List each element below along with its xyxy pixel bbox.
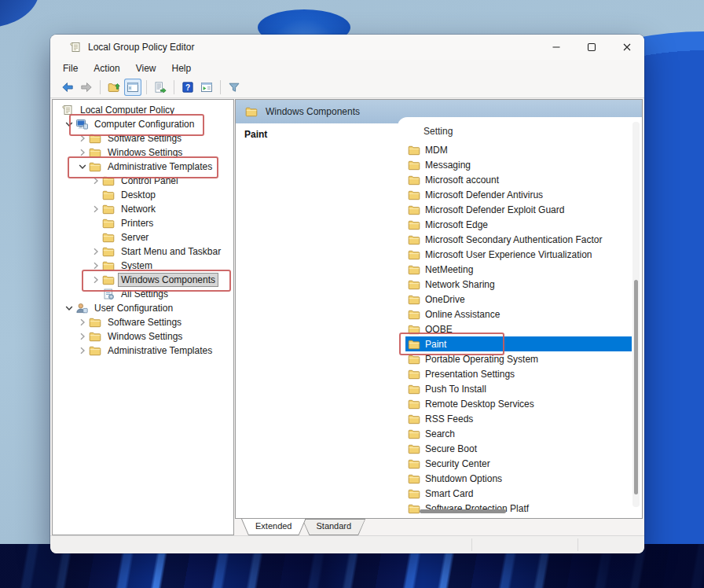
tree-item-label[interactable]: All Settings [118, 287, 171, 301]
setting-item[interactable]: Search [405, 426, 632, 441]
setting-item[interactable]: Shutdown Options [405, 471, 632, 486]
tree-item[interactable]: Windows Settings [53, 145, 233, 160]
setting-item[interactable]: RSS Feeds [405, 411, 632, 426]
filter-button[interactable] [226, 79, 243, 96]
help-button[interactable]: ? [179, 79, 196, 96]
setting-item[interactable]: Microsoft Defender Exploit Guard [405, 202, 632, 217]
chevron-right-icon[interactable] [76, 146, 89, 159]
chevron-right-icon[interactable] [90, 175, 102, 187]
tree-item[interactable]: Windows Components [53, 273, 233, 287]
setting-item[interactable]: Microsoft Edge [405, 217, 632, 232]
setting-item[interactable]: Microsoft User Experience Virtualization [405, 247, 632, 262]
tree-item-label[interactable]: Start Menu and Taskbar [118, 244, 224, 259]
tree-item-label[interactable]: Software Settings [104, 315, 185, 329]
setting-item[interactable]: Messaging [405, 157, 632, 172]
tree-item-label[interactable]: Windows Settings [104, 145, 185, 160]
tab-standard[interactable]: Standard [302, 519, 365, 535]
tree-item[interactable]: Network [53, 202, 233, 216]
tree-item-label[interactable]: Software Settings [104, 131, 185, 145]
minimize-button[interactable] [538, 35, 574, 60]
tree-item-label[interactable]: Administrative Templates [104, 344, 215, 358]
menu-view[interactable]: View [128, 61, 164, 75]
forward-button[interactable] [78, 79, 95, 96]
setting-item[interactable]: Security Center [405, 456, 632, 471]
setting-item[interactable]: Push To Install [405, 381, 632, 396]
tree-item-label[interactable]: Server [118, 230, 152, 244]
tree-item[interactable]: System [53, 259, 233, 273]
horizontal-scrollbar-thumb[interactable] [420, 509, 506, 513]
tab-extended[interactable]: Extended [241, 519, 306, 535]
chevron-down-icon[interactable] [63, 302, 75, 314]
setting-item[interactable]: Microsoft Secondary Authentication Facto… [405, 232, 632, 247]
toolbar-separator [146, 80, 147, 94]
chevron-right-icon[interactable] [90, 203, 102, 215]
tree-item-label[interactable]: Local Computer Policy [77, 103, 178, 117]
wallpaper-corner-petal [0, 0, 44, 30]
tree-item-label[interactable]: Administrative Templates [104, 160, 215, 174]
setting-item[interactable]: MDM [405, 142, 632, 157]
back-button[interactable] [59, 79, 76, 96]
maximize-button[interactable] [574, 35, 609, 60]
tree-item[interactable]: Windows Settings [53, 329, 233, 344]
chevron-down-icon[interactable] [63, 118, 75, 130]
tree-item-label[interactable]: Windows Components [118, 273, 218, 287]
chevron-right-icon[interactable] [90, 274, 102, 286]
tree-item-label[interactable]: Network [118, 202, 159, 216]
menu-file[interactable]: File [55, 61, 86, 75]
vertical-scrollbar-thumb[interactable] [634, 280, 638, 494]
tree-item[interactable]: Administrative Templates [53, 344, 233, 358]
tree-item[interactable]: Server [53, 230, 233, 244]
show-console-tree-button[interactable] [124, 79, 141, 96]
setting-item[interactable]: Microsoft account [405, 172, 632, 187]
setting-item[interactable]: Microsoft Defender Antivirus [405, 187, 632, 202]
setting-item[interactable]: OneDrive [405, 292, 632, 307]
setting-item[interactable]: Secure Boot [405, 441, 632, 456]
menu-action[interactable]: Action [86, 61, 127, 75]
setting-item[interactable]: Smart Card [405, 486, 632, 501]
folder-icon [408, 487, 420, 500]
chevron-right-icon[interactable] [76, 316, 89, 329]
tree-item[interactable]: Printers [53, 216, 233, 230]
setting-item[interactable]: NetMeeting [405, 262, 632, 277]
tree-item[interactable]: Administrative Templates [53, 160, 233, 174]
setting-column-header[interactable]: Setting [424, 126, 453, 137]
setting-item[interactable]: Online Assistance [405, 307, 632, 322]
chevron-right-icon[interactable] [90, 259, 102, 272]
tree-item-label[interactable]: Desktop [118, 188, 159, 202]
setting-item[interactable]: Portable Operating System [405, 351, 632, 366]
chevron-right-icon[interactable] [76, 344, 89, 357]
chevron-right-icon[interactable] [76, 330, 89, 343]
tree-item[interactable]: Local Computer Policy [53, 103, 233, 117]
setting-item[interactable]: Remote Desktop Services [405, 396, 632, 411]
setting-item[interactable]: Network Sharing [405, 277, 632, 292]
chevron-down-icon[interactable] [76, 160, 89, 173]
tree-item-label[interactable]: Printers [118, 216, 156, 230]
chevron-right-icon[interactable] [90, 245, 102, 258]
result-pane-title: Windows Components [266, 106, 360, 117]
tree-item-label[interactable]: User Configuration [91, 301, 176, 315]
tree-item-label[interactable]: Control Panel [118, 174, 182, 188]
setting-item[interactable]: Software Protection Platf [405, 501, 632, 516]
export-list-button[interactable] [152, 79, 169, 96]
close-button[interactable] [609, 35, 644, 60]
tree-item[interactable]: Start Menu and Taskbar [53, 244, 233, 259]
setting-item[interactable]: OOBE [405, 322, 632, 336]
setting-item[interactable]: Paint [405, 336, 632, 351]
tree-item-label[interactable]: Computer Configuration [91, 117, 197, 131]
title-bar[interactable]: Local Group Policy Editor [50, 35, 644, 60]
tree-item[interactable]: Computer Configuration [53, 117, 233, 131]
chevron-right-icon[interactable] [76, 132, 89, 145]
tree-item[interactable]: User Configuration [53, 301, 233, 315]
tree-item[interactable]: Desktop [53, 188, 233, 202]
up-one-level-button[interactable] [105, 79, 123, 96]
tree-item[interactable]: All Settings [53, 287, 233, 301]
setting-item[interactable]: Presentation Settings [405, 366, 632, 381]
folder-icon [102, 189, 115, 201]
show-window-button[interactable] [198, 79, 215, 96]
tree-item[interactable]: Software Settings [53, 315, 233, 329]
tree-item[interactable]: Software Settings [53, 131, 233, 145]
tree-item-label[interactable]: Windows Settings [104, 329, 185, 344]
tree-item[interactable]: Control Panel [53, 174, 233, 188]
menu-help[interactable]: Help [164, 61, 200, 75]
tree-item-label[interactable]: System [118, 259, 156, 273]
